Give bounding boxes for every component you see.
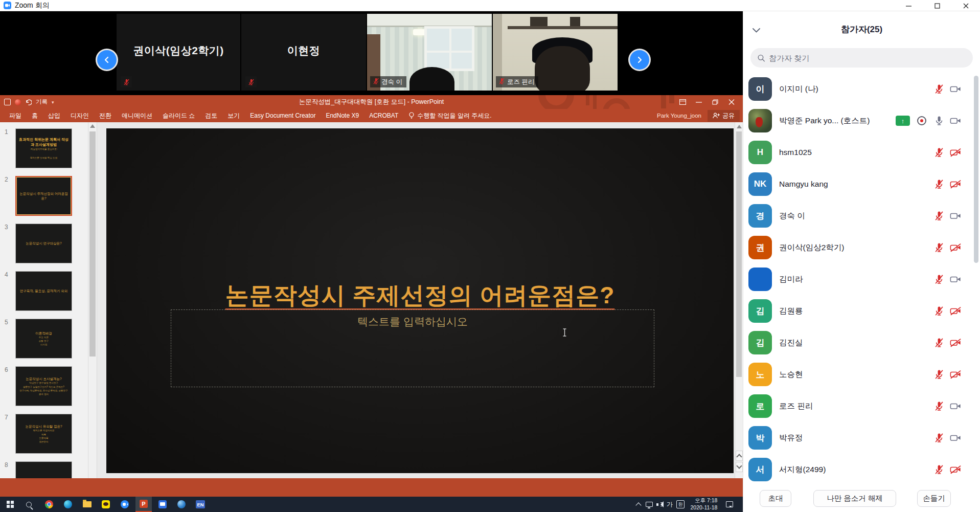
scrollbar-thumb[interactable]: [89, 131, 96, 357]
powerpoint-taskbar-icon[interactable]: P: [135, 497, 152, 512]
mic-muted-icon[interactable]: [933, 369, 945, 380]
participant-row[interactable]: 권권이삭(임상2학기): [743, 232, 980, 263]
participant-row[interactable]: 박박유정: [743, 422, 980, 454]
participant-row[interactable]: 김김원룡: [743, 295, 980, 327]
ribbon-tab-8[interactable]: 검토: [200, 109, 222, 122]
participant-search-box[interactable]: [750, 48, 973, 68]
language-bar-badge[interactable]: EN: [192, 497, 209, 512]
mic-muted-icon[interactable]: [933, 305, 945, 317]
close-button[interactable]: [951, 0, 980, 11]
mic-muted-icon[interactable]: [933, 242, 945, 253]
ime-mode-icon[interactable]: 한: [675, 497, 686, 512]
ribbon-tab-5[interactable]: 전환: [94, 109, 117, 122]
ribbon-tab-11[interactable]: EndNote X9: [321, 109, 364, 122]
scroll-up-icon[interactable]: [737, 125, 742, 128]
action-center-icon[interactable]: [723, 497, 736, 512]
participant-row[interactable]: 노노승현: [743, 359, 980, 390]
maximize-button[interactable]: [923, 0, 951, 11]
ribbon-tab-3[interactable]: 삽입: [43, 109, 65, 122]
tray-expand-icon[interactable]: [633, 497, 644, 512]
participant-row[interactable]: 로로즈 핀리: [743, 390, 980, 422]
mic-on-icon[interactable]: [933, 115, 945, 126]
mic-muted-icon[interactable]: [933, 147, 945, 158]
ribbon-tab-9[interactable]: 보기: [222, 109, 245, 122]
participant-row[interactable]: 김미라: [743, 263, 980, 295]
current-slide[interactable]: 논문작성시 주제선정의 어려운점은? 텍스트를 입력하십시오: [106, 128, 734, 473]
slide-thumbnail-4[interactable]: 연구목적, 필요성, 문제제기 의의: [15, 271, 72, 311]
volume-icon[interactable]: [654, 497, 666, 512]
mic-muted-icon[interactable]: [933, 83, 945, 95]
camera-on-icon[interactable]: [949, 210, 962, 221]
camera-off-icon[interactable]: [949, 464, 962, 475]
kakaotalk-icon[interactable]: [98, 497, 114, 512]
video-tile-kwonisak[interactable]: 권이삭(임상2학기): [117, 14, 240, 91]
raise-hand-button[interactable]: 손들기: [917, 490, 951, 507]
thumbnail-scrollbar[interactable]: [88, 122, 97, 478]
ribbon-tab-4[interactable]: 디자인: [65, 109, 94, 122]
video-tile-kyungsooklee[interactable]: 경숙 이: [367, 14, 492, 91]
camera-off-icon[interactable]: [949, 369, 962, 380]
scrollbar-thumb[interactable]: [736, 131, 742, 377]
participant-row[interactable]: 김김진실: [743, 327, 980, 359]
participant-row[interactable]: 서서지형(2499): [743, 454, 980, 485]
video-tile-rosepinri[interactable]: 로즈 핀리: [493, 14, 618, 91]
next-slide-button[interactable]: [736, 462, 743, 472]
tell-me-box[interactable]: 수행할 작업을 알려 주세요.: [403, 112, 491, 120]
camera-on-icon[interactable]: [949, 83, 962, 95]
ribbon-tab-2[interactable]: 홈: [27, 109, 43, 122]
previous-slide-button[interactable]: [736, 451, 743, 461]
participant-row[interactable]: 박영준 Park yo... (호스트)↑: [743, 105, 980, 137]
ribbon-tab-10[interactable]: Easy Document Creator: [245, 109, 321, 122]
clock[interactable]: 오후 7:182020-11-18: [687, 497, 721, 512]
edge-icon[interactable]: [60, 497, 76, 512]
share-button[interactable]: 공유: [708, 110, 740, 122]
next-videos-button[interactable]: [630, 50, 649, 70]
slide-scrollbar[interactable]: [735, 122, 743, 478]
slide-thumbnail-1[interactable]: 효과적인 학위논문 계획서 작성과 조사설계방법-자살생각주제를 중심으로-학위…: [15, 128, 72, 168]
slide-title-text[interactable]: 논문작성시 주제선정의 어려운점은?: [106, 280, 734, 311]
slide-thumbnail-3[interactable]: 논문작성시 연구대상은?: [15, 224, 72, 263]
camera-on-icon[interactable]: [949, 400, 962, 412]
content-placeholder-box[interactable]: 텍스트를 입력하십시오: [171, 309, 654, 387]
browser-sphere-icon[interactable]: [173, 497, 190, 512]
minimize-button[interactable]: [894, 0, 923, 11]
ppt-restore-button[interactable]: [707, 95, 723, 109]
mic-muted-icon[interactable]: [933, 274, 945, 285]
previous-videos-button[interactable]: [97, 50, 117, 70]
mic-muted-icon[interactable]: [933, 464, 945, 475]
camera-off-icon[interactable]: [949, 179, 962, 190]
camera-off-icon[interactable]: [949, 147, 962, 158]
account-name[interactable]: Park Young_joon: [657, 113, 701, 119]
network-icon[interactable]: [643, 497, 655, 512]
unmute-me-button[interactable]: 나만 음소거 해제: [813, 490, 896, 507]
participant-row[interactable]: 이이지미 (나): [743, 73, 980, 105]
ribbon-tab-6[interactable]: 애니메이션: [117, 109, 157, 122]
participants-scrollbar[interactable]: [974, 76, 978, 263]
placeholder-text[interactable]: 텍스트를 입력하십시오: [171, 315, 654, 329]
scroll-up-icon[interactable]: [90, 124, 95, 128]
slide-thumbnail-5[interactable]: 이론적배경주요 이론선행 연구시사점: [15, 319, 72, 359]
camera-off-icon[interactable]: [949, 305, 962, 317]
ppt-close-button[interactable]: [723, 95, 740, 109]
slide-thumbnail-8[interactable]: 논문작성 시의 작성법은?: [15, 461, 72, 478]
mic-muted-icon[interactable]: [933, 400, 945, 412]
ribbon-tab-1[interactable]: 파일: [4, 109, 27, 122]
camera-on-icon[interactable]: [949, 274, 962, 285]
camera-on-icon[interactable]: [949, 115, 962, 126]
participant-row[interactable]: NKNamgyu kang: [743, 168, 980, 200]
participant-row[interactable]: 경경숙 이: [743, 200, 980, 232]
taskbar-search-icon[interactable]: [20, 497, 37, 512]
mic-muted-icon[interactable]: [933, 210, 945, 221]
mic-muted-icon[interactable]: [933, 179, 945, 190]
camera-on-icon[interactable]: [949, 432, 962, 443]
camera-off-icon[interactable]: [949, 242, 962, 253]
camera-off-icon[interactable]: [949, 337, 962, 348]
file-explorer-icon[interactable]: [79, 497, 95, 512]
slide-thumbnail-7[interactable]: 논문작성시 유의할 점은?학위논문 작성이라면제목논문제목접근윤리: [15, 414, 72, 454]
ribbon-display-options-button[interactable]: [674, 95, 691, 109]
ribbon-tab-7[interactable]: 슬라이드 쇼: [157, 109, 200, 122]
mic-muted-icon[interactable]: [933, 432, 945, 443]
ime-korean-indicator[interactable]: 가: [665, 497, 675, 512]
tv-app-icon[interactable]: [154, 497, 171, 512]
chrome-icon[interactable]: [41, 497, 57, 512]
